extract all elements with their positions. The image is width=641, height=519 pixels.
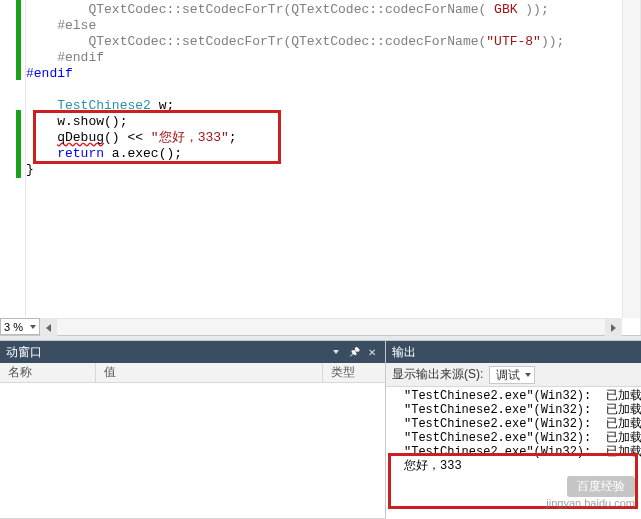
gutter-change-mark [16, 0, 21, 80]
output-source-value: 调试 [496, 368, 520, 382]
code-line[interactable]: #endif [26, 50, 622, 66]
column-type[interactable]: 类型 [323, 363, 385, 382]
output-line: "TestChinese2.exe"(Win32): 已加载"C: [404, 445, 641, 459]
editor-viewport: QTextCodec::setCodecForTr(QTextCodec::co… [0, 0, 622, 317]
code-line[interactable]: QTextCodec::setCodecForTr(QTextCodec::co… [26, 2, 622, 18]
horizontal-scrollbar[interactable] [40, 318, 622, 335]
output-line: "TestChinese2.exe"(Win32): 已加载"C: [404, 431, 641, 445]
output-toolbar: 显示输出来源(S): 调试 [386, 363, 641, 387]
bottom-panels: 动窗口 名称 值 类型 输出 显示输出来源(S): 调试 "TestChines… [0, 341, 641, 519]
column-name[interactable]: 名称 [0, 363, 96, 382]
code-area[interactable]: QTextCodec::setCodecForTr(QTextCodec::co… [26, 0, 622, 317]
output-body[interactable]: "TestChinese2.exe"(Win32): 已加载"C:"TestCh… [386, 387, 641, 519]
code-line[interactable]: w.show(); [26, 114, 622, 130]
output-source-label: 显示输出来源(S): [392, 366, 483, 383]
output-line: 您好，333 [404, 459, 641, 473]
autos-title-text: 动窗口 [6, 344, 42, 361]
editor-gutter [0, 0, 26, 317]
scroll-left-button[interactable] [40, 319, 57, 336]
autos-columns: 名称 值 类型 [0, 363, 385, 383]
autos-panel: 动窗口 名称 值 类型 [0, 341, 386, 519]
vertical-scrollbar[interactable] [622, 0, 640, 318]
code-line[interactable]: #endif [26, 66, 622, 82]
panel-menu-icon[interactable] [329, 345, 343, 359]
scroll-right-button[interactable] [605, 319, 622, 336]
zoom-combobox[interactable]: 3 % [0, 318, 40, 335]
code-editor: QTextCodec::setCodecForTr(QTextCodec::co… [0, 0, 641, 335]
chevron-down-icon [30, 325, 36, 329]
output-title-text: 输出 [392, 344, 416, 361]
code-line[interactable]: #else [26, 18, 622, 34]
output-line: "TestChinese2.exe"(Win32): 已加载"C: [404, 417, 641, 431]
gutter-change-mark [16, 110, 21, 178]
triangle-right-icon [611, 324, 616, 332]
code-line[interactable]: TestChinese2 w; [26, 98, 622, 114]
autos-body[interactable] [0, 383, 385, 518]
code-line[interactable]: QTextCodec::setCodecForTr(QTextCodec::co… [26, 34, 622, 50]
output-source-select[interactable]: 调试 [489, 366, 535, 384]
code-line[interactable]: return a.exec(); [26, 146, 622, 162]
autos-titlebar[interactable]: 动窗口 [0, 341, 385, 363]
pin-icon[interactable] [347, 345, 361, 359]
output-line: "TestChinese2.exe"(Win32): 已加载"C: [404, 403, 641, 417]
output-panel: 输出 显示输出来源(S): 调试 "TestChinese2.exe"(Win3… [386, 341, 641, 519]
column-value[interactable]: 值 [96, 363, 323, 382]
triangle-left-icon [46, 324, 51, 332]
output-titlebar[interactable]: 输出 [386, 341, 641, 363]
close-icon[interactable] [365, 345, 379, 359]
output-line: "TestChinese2.exe"(Win32): 已加载"C: [404, 389, 641, 403]
code-line[interactable]: } [26, 162, 622, 178]
code-line[interactable] [26, 82, 622, 98]
code-line[interactable]: qDebug() << "您好，333"; [26, 130, 622, 146]
zoom-value: 3 % [4, 321, 23, 333]
